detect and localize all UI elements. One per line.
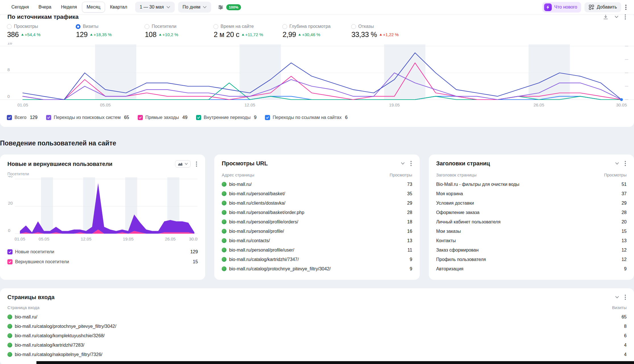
download-icon[interactable] xyxy=(602,14,609,20)
toolbar-tab-2[interactable]: Вчера xyxy=(34,2,56,13)
chevron-down-icon[interactable] xyxy=(615,295,619,299)
kebab-menu-icon[interactable] xyxy=(624,160,627,167)
table-row[interactable]: bio-mall.ru/catalog/kartridzhi/7283/4 xyxy=(7,340,627,350)
metric-radio-icon[interactable] xyxy=(351,24,356,29)
views-value: 4 xyxy=(620,352,627,357)
table-row[interactable]: bio-mall.ru/contacts/13 xyxy=(222,236,412,245)
chevron-down-icon[interactable] xyxy=(615,162,619,165)
table-row[interactable]: bio-mall.ru/personal/profile/16 xyxy=(222,227,412,236)
table-row[interactable]: bio-mall.ru/personal/profile/orders/18 xyxy=(222,217,412,227)
table-row[interactable]: bio-mall.ru/catalog/protochnye_pitevye_f… xyxy=(7,322,627,331)
table-row[interactable]: Оформление заказа28 xyxy=(436,208,627,217)
table-row[interactable]: bio-mall.ru/73 xyxy=(222,180,412,189)
svg-text:30.05: 30.05 xyxy=(616,102,627,107)
legend-item[interactable]: Внутренние переходы9 xyxy=(196,115,257,120)
legend-item[interactable]: Переходы из поисковых систем65 xyxy=(46,115,129,120)
legend-item[interactable]: Прямые заходы49 xyxy=(138,115,188,120)
toolbar-tab-4[interactable]: Месяц xyxy=(82,2,105,13)
checkbox-icon[interactable] xyxy=(7,115,12,120)
legend-item[interactable]: Всего129 xyxy=(7,115,38,120)
url-views-card: Просмотры URL Адрес страницы Просмотры b… xyxy=(214,155,419,280)
metric-option[interactable]: Глубина просмотра2,99+30,46 % xyxy=(282,24,351,39)
site-favicon-icon xyxy=(7,343,12,347)
checkbox-icon[interactable] xyxy=(46,115,51,120)
table-row[interactable]: Моя корзина37 xyxy=(436,189,627,198)
table-row[interactable]: bio-mall.ru/catalog/kartridzhi/7347/9 xyxy=(222,255,412,264)
table-row[interactable]: Контакты13 xyxy=(436,236,627,245)
table-row[interactable]: bio-mall.ru/catalog/protochnye_pitevye_f… xyxy=(222,264,412,273)
page-title: Контакты xyxy=(436,238,456,243)
legend-item[interactable]: Новые посетители129 xyxy=(7,247,198,257)
table-row[interactable]: bio-mall.ru/personal/basket/order.php28 xyxy=(222,208,412,217)
table-row[interactable]: Авторизация9 xyxy=(436,264,627,273)
legend-item[interactable]: Вернувшиеся посетители15 xyxy=(7,257,198,267)
chevron-down-icon xyxy=(166,6,170,9)
metric-radio-icon[interactable] xyxy=(282,24,287,29)
trend-up-icon xyxy=(90,34,92,36)
checkbox-icon[interactable] xyxy=(7,249,13,254)
site-favicon-icon xyxy=(222,229,227,234)
table-row[interactable]: bio-mall.ru/clients/dostavka/29 xyxy=(222,198,412,208)
add-button[interactable]: Добавить xyxy=(584,2,621,12)
checkbox-icon[interactable] xyxy=(7,259,13,264)
table-row[interactable]: bio-mall.ru/65 xyxy=(7,312,627,322)
card-title: Страницы входа xyxy=(7,294,55,301)
users-chart[interactable]: 0204001.0505.0512.0519.0526.0530.05 xyxy=(7,176,198,244)
kebab-menu-icon[interactable] xyxy=(410,160,412,167)
metric-radio-icon[interactable] xyxy=(7,24,12,29)
time-range-tabs: СегодняВчераНеделяМесяцКвартал xyxy=(7,2,132,13)
metric-radio-icon[interactable] xyxy=(145,24,149,29)
table-row[interactable]: Заказ сформирован12 xyxy=(436,245,627,255)
metric-value-row: 2,99+30,46 % xyxy=(282,30,351,39)
table-row[interactable]: bio-mall.ru/personal/basket/35 xyxy=(222,189,412,198)
kebab-menu-icon[interactable] xyxy=(625,4,627,11)
sampling-badge: 100% xyxy=(226,4,241,10)
sources-legend: Всего129Переходы из поисковых систем65Пр… xyxy=(0,115,634,120)
metric-radio-icon[interactable] xyxy=(213,24,218,29)
page-url: bio-mall.ru/personal/basket/ xyxy=(229,191,285,196)
table-row[interactable]: Bio-Mall.ru - фильтры для очистки воды51 xyxy=(436,180,627,189)
toolbar-tab-3[interactable]: Неделя xyxy=(57,2,82,13)
metric-option[interactable]: Визиты129+18,35 % xyxy=(76,24,145,39)
entry-pages-card: Страницы входа Страница входа Визиты bio… xyxy=(0,288,634,364)
granularity-picker[interactable]: По дням xyxy=(178,2,211,13)
legend-item[interactable]: Переходы по ссылкам на сайтах6 xyxy=(265,115,347,120)
metric-option[interactable]: Посетители108+10,2 % xyxy=(145,24,213,39)
metric-option[interactable]: Время на сайте2 м 20 с+11,72 % xyxy=(213,24,282,39)
chevron-down-icon[interactable] xyxy=(400,162,405,165)
traffic-sources-chart[interactable]: 081601.0505.0512.0519.0526.0530.05 xyxy=(0,43,634,110)
table-row[interactable]: bio-mall.ru/personal/profile/user/11 xyxy=(222,245,412,255)
metric-option[interactable]: Отказы33,33 %+1,22 % xyxy=(351,24,420,39)
trend-up-icon xyxy=(380,34,382,36)
bottom-black-bar xyxy=(36,361,634,364)
table-row[interactable]: bio-mall.ru/catalog/nakopitelnye_filtry/… xyxy=(7,350,627,359)
whats-new-button[interactable]: Что нового xyxy=(542,2,581,13)
legend-label: Внутренние переходы xyxy=(204,115,251,120)
metric-radio-icon[interactable] xyxy=(76,24,81,29)
toolbar-tab-1[interactable]: Сегодня xyxy=(7,2,33,13)
checkbox-icon[interactable] xyxy=(196,115,201,120)
chart-type-selector[interactable] xyxy=(175,160,191,168)
checkbox-icon[interactable] xyxy=(138,115,143,120)
page-title: Условия доставки xyxy=(436,201,474,206)
checkbox-icon[interactable] xyxy=(265,115,270,120)
sampling-control[interactable]: 100% xyxy=(215,2,243,12)
metric-value-row: 386+54,4 % xyxy=(7,30,76,39)
site-favicon-icon xyxy=(222,210,227,215)
svg-text:19.05: 19.05 xyxy=(123,237,134,241)
kebab-menu-icon[interactable] xyxy=(624,294,627,301)
chevron-down-icon[interactable] xyxy=(614,15,619,19)
table-row[interactable]: Условия доставки29 xyxy=(436,198,627,208)
table-row[interactable]: Профиль пользователя12 xyxy=(436,255,627,264)
table-row[interactable]: bio-mall.ru/catalog/komplektuyushchie/32… xyxy=(7,331,627,340)
date-range-picker[interactable]: 1 — 30 мая xyxy=(135,2,175,13)
kebab-menu-icon[interactable] xyxy=(195,161,198,167)
table-row[interactable]: Мои заказы15 xyxy=(436,227,627,236)
trend-up-icon xyxy=(21,34,24,36)
toolbar-tab-5[interactable]: Квартал xyxy=(106,2,132,13)
metric-option[interactable]: Просмотры386+54,4 % xyxy=(7,24,76,39)
table-row[interactable]: Личный кабинет пользователя20 xyxy=(436,217,627,227)
page-titles-card: Заголовки страниц Заголовок страницы Про… xyxy=(429,155,634,280)
kebab-menu-icon[interactable] xyxy=(624,14,627,20)
site-favicon-icon xyxy=(7,333,12,338)
